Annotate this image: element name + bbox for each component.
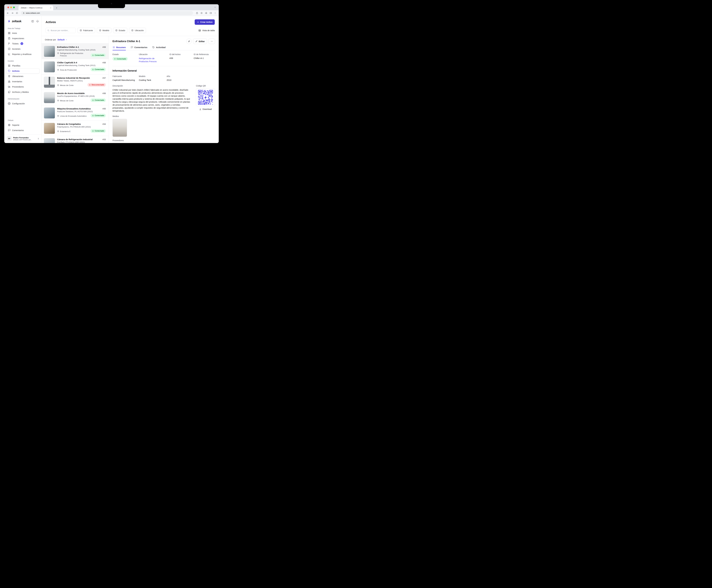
asset-card[interactable]: Cámara de Congelados #34 PolarSystems, P… [42,121,109,136]
side-panel-icon[interactable] [208,11,213,15]
grid-icon [8,32,11,35]
asset-title: Cámara de Congelados [57,123,101,125]
sidebar-item-tickets[interactable]: Tickets 3 [6,41,39,46]
edit-button[interactable]: Editar [193,39,207,44]
nav-section-label: Zeltask [8,119,38,121]
window-controls [7,6,15,8]
map-pin-icon [57,100,59,102]
asset-card[interactable]: Mesón de Acero Inoxidable #36 InoxPro Eq… [42,90,109,105]
browser-toolbar: www.zeltask.com [4,10,219,16]
sidebar-item-inspecciones[interactable]: Inspecciones [6,36,39,41]
zoom-window-button[interactable] [13,6,15,8]
address-bar[interactable]: www.zeltask.com [21,11,193,15]
tab-search-chevron-icon[interactable] [214,6,216,8]
table-view-toggle[interactable]: Vista de tabla [198,29,215,32]
field-fabricante: Fabricante CapKold Manufacturing [113,75,139,81]
reload-button[interactable] [15,11,19,15]
tab-close-icon[interactable] [49,6,52,9]
sidebar-item-archivos[interactable]: Archivos y Medios [6,89,39,94]
nav-section-label: Administración [8,98,38,100]
tab-resumen[interactable]: Resumen [113,46,126,50]
sidebar-item-activos[interactable]: Activos [6,68,39,74]
asset-card[interactable]: Máquina Envasadora Automática #35 PackLi… [42,105,109,121]
sidebar-item-proveedores[interactable]: Proveedores [6,84,39,89]
status-badge: Conectado [90,68,106,71]
history-clock-icon [152,46,155,48]
copy-link-button[interactable] [186,39,192,44]
new-tab-button[interactable] [55,6,59,10]
asset-card[interactable]: Cámara de Refrigeración Industrial #33 F… [42,136,109,143]
field-label: ID del Activo [169,53,194,56]
bookmark-star-icon[interactable] [199,11,204,15]
zeltask-app: zeltask Area de Trabajo [4,16,219,143]
list-icon [113,46,115,48]
asset-id: #34 [103,123,106,125]
qr-code [198,90,213,105]
check-square-icon [8,47,11,50]
detail-tabs: Resumen Comentarios Actividad [113,46,215,50]
sort-dropdown[interactable]: Default [58,39,67,41]
media-thumbnail[interactable] [113,119,127,137]
sidebar-item-configuracion[interactable]: Configuración [6,101,39,106]
sidebar-item-ubicaciones[interactable]: Ubicaciones [6,74,39,79]
tab-actividad[interactable]: Actividad [152,46,166,50]
qr-download-button[interactable]: Download [196,108,215,110]
close-window-button[interactable] [7,6,9,8]
share-icon[interactable] [195,11,199,15]
sidebar: zeltask Area de Trabajo [4,16,42,143]
sidebar-item-reportes[interactable]: Reportes y Analíticas [6,51,39,57]
filter-ubicacion-chip[interactable]: Ubicación [129,28,146,33]
map-pin-icon [57,115,59,117]
filter-bar: Fabricante Modelo Estado Ubicación [45,28,215,33]
map-pin-icon [57,84,59,86]
field-label: Año [167,75,215,78]
sidebar-item-acciones[interactable]: Acciones [6,46,39,51]
field-value: CapKold Manufacturing [113,79,139,81]
chip-label: Estado [119,29,125,31]
tab-label: Resumen [116,46,126,48]
filter-estado-chip[interactable]: Estado [113,28,127,33]
asset-card[interactable]: Balanza Industrial de Recepción #37 Mett… [42,75,109,90]
sidebar-item-inventarios[interactable]: Inventarios [6,79,39,84]
user-account-switcher[interactable]: PF Pedro Fernandez zeltask.com+foodco.pe… [4,134,41,143]
minimize-window-button[interactable] [10,6,12,8]
browser-tab[interactable]: Zeltask — Mejora Continua [19,5,53,10]
lifebuoy-icon [8,124,11,126]
field-label: Modelo [139,75,167,78]
pencil-icon [196,40,198,42]
sidebar-item-soporte[interactable]: Soporte [6,122,39,128]
back-button[interactable] [6,11,10,15]
filter-fabricante-chip[interactable]: Fabricante [78,28,95,33]
forward-button[interactable] [10,11,15,15]
tab-comentarios[interactable]: Comentarios [131,46,147,50]
summary-referencia: ID de Referencia Chiller-A-1 [194,53,215,63]
asset-title: Cámara de Refrigeración Industrial [57,138,101,141]
search-input[interactable] [51,29,74,31]
more-actions-button[interactable] [208,39,215,44]
sidebar-item-inicio[interactable]: Inicio [6,30,39,36]
notifications-bell-icon[interactable] [36,20,39,23]
asset-title: Chiller CapKold A-4 [57,61,101,64]
plus-icon [197,21,199,23]
asset-card[interactable]: Enfriadora Chiller A-1 #39 CapKold Manuf… [42,44,109,59]
asset-card[interactable]: Chiller CapKold A-4 #38 CapKold Manufact… [42,59,109,75]
power-icon [92,54,94,56]
zeltask-logo[interactable]: zeltask [7,20,21,23]
description-text: Chiller industrial por lotes (batch chil… [113,88,190,112]
filter-modelo-chip[interactable]: Modelo [97,28,111,33]
user-name: Pedro Fernandez [13,136,36,139]
nav-section-label: Gestión [8,60,38,62]
location-link[interactable]: Refrigeración de Productos Frescos [139,57,160,63]
create-asset-button[interactable]: Crear Activo [195,19,215,25]
tab-title: Zeltask — Mejora Continua [21,7,48,9]
browser-menu-icon[interactable] [213,11,217,15]
tab-label: Comentarios [135,46,147,48]
field-value: Chiller-A-1 [194,57,215,59]
sidebar-item-plantillas[interactable]: Plantillas [6,63,39,68]
sidebar-item-comentarios[interactable]: Comentarios [6,128,39,133]
collapse-sidebar-icon[interactable] [31,20,34,23]
asset-location-text: Mesas de Corte [60,84,74,86]
tickets-count-badge: 3 [21,42,23,45]
asset-subtitle: InoxPro Equipamientos, IP-MES-200 (2019) [57,95,106,97]
extensions-puzzle-icon[interactable] [204,11,208,15]
